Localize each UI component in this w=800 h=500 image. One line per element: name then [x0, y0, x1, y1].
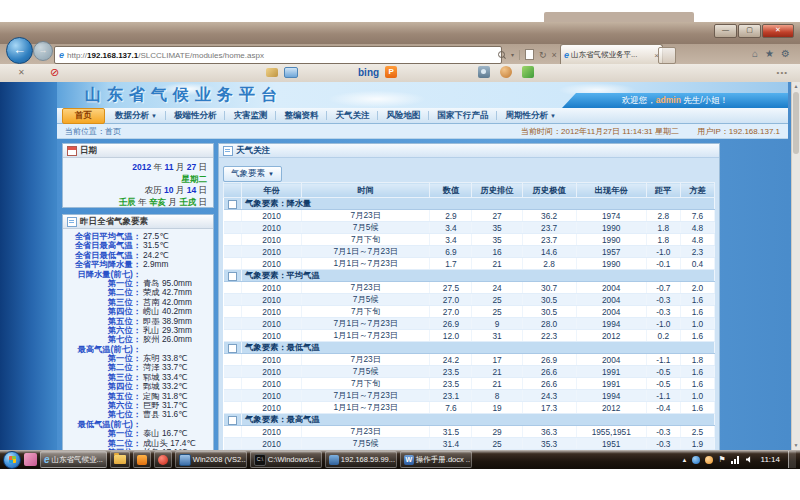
nav-item-4[interactable]: 整编资料	[278, 110, 324, 122]
scrollbar[interactable]: ▲ ▼	[791, 82, 800, 450]
table-row[interactable]: 20107月下旬3.43523.719901.84.8	[224, 234, 715, 246]
group-row[interactable]: 气象要素：降水量	[224, 198, 715, 210]
table-cell: 7月5候	[302, 222, 430, 234]
filter-button-label: 气象要素	[231, 168, 265, 180]
table-cell: 3.4	[430, 234, 472, 246]
back-button[interactable]: ←	[6, 37, 33, 64]
table-cell: 2010	[242, 318, 302, 330]
taskbar-window-3[interactable]	[154, 451, 172, 468]
start-button[interactable]	[3, 451, 21, 469]
show-desktop-button[interactable]	[788, 451, 796, 468]
table-row[interactable]: 20107月23日24.21726.92004-1.11.8	[224, 354, 715, 366]
taskbar-window-6[interactable]: 192.168.59.99...	[325, 451, 397, 468]
stop-icon[interactable]: ×	[552, 50, 557, 60]
table-row[interactable]: 20107月5候27.02530.52004-0.31.6	[224, 294, 715, 306]
group-row[interactable]: 气象要素：最低气温	[224, 342, 715, 354]
card-icon[interactable]	[266, 68, 278, 77]
minimize-button[interactable]: —	[714, 24, 737, 38]
expand-checkbox[interactable]	[228, 344, 237, 353]
scroll-thumb[interactable]	[793, 92, 799, 154]
bing-logo[interactable]: bing	[358, 67, 379, 78]
element-filter-button[interactable]: 气象要素 ▼	[223, 166, 282, 182]
taskbar-window-2[interactable]	[133, 451, 151, 468]
table-row[interactable]: 20107月1日～7月23日26.9928.01994-1.01.0	[224, 318, 715, 330]
table-cell: 1990	[576, 222, 646, 234]
network-icon[interactable]	[731, 456, 741, 464]
table-row[interactable]: 20101月1日～7月23日1.7212.81990-0.10.4	[224, 258, 715, 270]
table-row[interactable]: 20107月23日27.52430.72004-0.72.0	[224, 282, 715, 294]
table-row[interactable]: 20107月1日～7月23日23.1824.31994-1.11.0	[224, 390, 715, 402]
table-row[interactable]: 20107月5候31.42535.31951-0.31.9	[224, 438, 715, 450]
tray-expand-icon[interactable]: ▲	[681, 457, 687, 463]
settings-gear-icon[interactable]: ⚙	[781, 48, 790, 59]
taskbar-clock[interactable]: 11:14	[761, 455, 780, 464]
scroll-down-icon[interactable]: ▼	[792, 441, 800, 450]
expand-checkbox[interactable]	[228, 200, 237, 209]
nav-item-2[interactable]: 极端性分析	[168, 110, 223, 122]
compatibility-icon[interactable]	[525, 49, 534, 60]
nav-item-7[interactable]: 国家下行产品	[431, 110, 494, 122]
table-cell: 36.3	[522, 426, 576, 438]
nav-item-8[interactable]: 周期性分析▼	[499, 110, 561, 122]
chevron-down-icon[interactable]: ▾	[511, 51, 514, 58]
table-row[interactable]: 20101月1日～7月23日7.61917.32012-0.41.6	[224, 402, 715, 414]
table-row[interactable]: 20107月下旬23.52126.61991-0.51.6	[224, 378, 715, 390]
taskbar-window-7[interactable]: W操作手册.docx ..	[400, 451, 472, 468]
toolbar-close-icon[interactable]: ✕	[18, 68, 25, 77]
mail-icon[interactable]	[284, 67, 298, 78]
home-icon[interactable]: ⌂	[752, 48, 758, 59]
nav-item-6[interactable]: 风险地图	[380, 110, 426, 122]
volume-icon[interactable]	[746, 456, 753, 463]
search-icon[interactable]	[498, 51, 506, 59]
nav-item-0[interactable]: 首页	[62, 108, 105, 124]
checkbox-column-header	[224, 183, 242, 198]
tray-ball-icon[interactable]	[692, 456, 700, 464]
table-cell: 2012	[576, 402, 646, 414]
address-bar[interactable]: e http://192.168.137.1/SLCCLIMATE/module…	[54, 46, 502, 64]
tray-bird-icon[interactable]	[705, 456, 713, 464]
action-center-flag-icon[interactable]: ⚑	[718, 455, 725, 464]
calendar-line: 壬辰 年 辛亥 月 壬戌 日	[69, 197, 207, 209]
expand-checkbox[interactable]	[228, 272, 237, 281]
pinned-app-icon[interactable]	[24, 453, 37, 466]
browser-tab[interactable]: e 山东省气候业务平... ×	[560, 44, 663, 65]
nav-item-5[interactable]: 天气关注	[329, 110, 375, 122]
table-row[interactable]: 20107月23日31.52936.31955,1951-0.32.5	[224, 426, 715, 438]
table-row[interactable]: 20107月5候23.52126.61991-0.51.6	[224, 366, 715, 378]
table-row[interactable]: 20107月1日～7月23日6.91614.61957-1.02.3	[224, 246, 715, 258]
taskbar-window-1[interactable]	[110, 451, 130, 468]
nav-item-3[interactable]: 灾害监测	[227, 110, 273, 122]
url-path: /SLCCLIMATE/modules/home.aspx	[138, 51, 264, 60]
calendar-text: 壬辰	[119, 197, 136, 207]
table-row[interactable]: 20107月下旬27.02530.52004-0.31.6	[224, 306, 715, 318]
expand-checkbox[interactable]	[228, 416, 237, 425]
group-row[interactable]: 气象要素：平均气温	[224, 270, 715, 282]
maximize-button[interactable]: ▢	[738, 24, 761, 38]
forward-button[interactable]: →	[33, 41, 53, 61]
table-cell: 7月5候	[302, 438, 430, 450]
table-cell: 7.6	[680, 210, 714, 222]
toolbar-overflow-icon[interactable]: •••	[777, 68, 788, 77]
new-tab-button[interactable]	[658, 47, 676, 64]
close-button[interactable]: ✕	[762, 24, 794, 38]
table-row[interactable]: 20101月1日～7月23日12.03122.320120.21.6	[224, 330, 715, 342]
table-cell: 7月下旬	[302, 306, 430, 318]
nav-item-1[interactable]: 数据分析▼	[109, 110, 163, 122]
table-row[interactable]: 20107月5候3.43523.719901.84.8	[224, 222, 715, 234]
table-cell: 27.0	[430, 294, 472, 306]
orange-badge-icon[interactable]: P	[385, 66, 397, 78]
scroll-up-icon[interactable]: ▲	[792, 82, 800, 91]
favorites-star-icon[interactable]: ★	[765, 48, 774, 59]
camera-icon[interactable]	[478, 66, 490, 78]
refresh-icon[interactable]: ↻	[539, 50, 547, 60]
paw-icon[interactable]	[500, 66, 512, 78]
taskbar-window-4[interactable]: Win2008 (VS2...	[175, 451, 247, 468]
table-cell: 1994	[576, 390, 646, 402]
blocker-icon[interactable]: ⊘	[50, 66, 59, 79]
green-app-icon[interactable]	[522, 66, 534, 78]
group-row[interactable]: 气象要素：最高气温	[224, 414, 715, 426]
weather-table-body: 气象要素：降水量20107月23日2.92736.219742.87.62010…	[224, 198, 715, 451]
taskbar-window-0[interactable]: e山东省气候业...	[40, 451, 107, 468]
taskbar-window-5[interactable]: C:\C:\Windows\s...	[250, 451, 322, 468]
table-row[interactable]: 20107月23日2.92736.219742.87.6	[224, 210, 715, 222]
